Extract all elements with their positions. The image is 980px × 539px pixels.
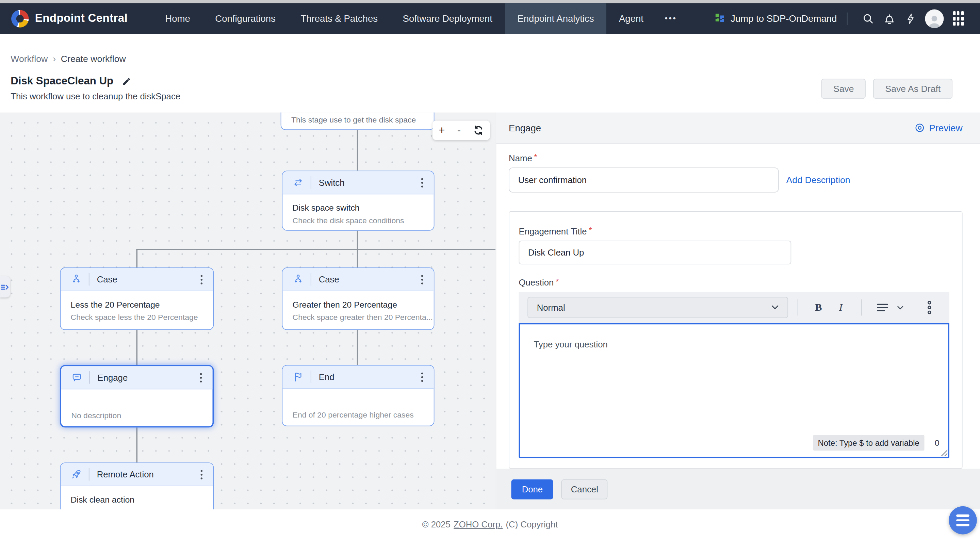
connector (136, 249, 495, 250)
connector (357, 231, 358, 249)
node-case-less[interactable]: Case Less the 20 Percentage Check space … (60, 267, 214, 330)
node-name: Greater then 20 Percentage (293, 300, 424, 312)
node-title: Engage (98, 373, 194, 382)
breadcrumb-create-workflow: Create workflow (61, 53, 126, 63)
nav-item-configurations[interactable]: Configurations (203, 3, 288, 34)
save-button[interactable]: Save (821, 79, 866, 99)
node-engage[interactable]: Engage No description (60, 365, 214, 428)
zoom-out-button[interactable]: - (457, 125, 461, 135)
screen: Endpoint Central Home Configurations Thr… (0, 0, 980, 539)
node-desc: End of 20 percentage higher cases (293, 411, 424, 420)
align-icon (877, 303, 888, 312)
preview-link[interactable]: Preview (914, 122, 962, 133)
node-desc: Check the disk space conditions (293, 216, 424, 225)
node-switch[interactable]: Switch Disk space switch Check the disk … (282, 170, 434, 231)
edit-pencil-icon[interactable] (122, 76, 132, 86)
notification-icon[interactable] (878, 8, 900, 29)
top-navbar: Endpoint Central Home Configurations Thr… (0, 3, 980, 34)
nav-more-menu[interactable]: ••• (656, 3, 686, 34)
brand: Endpoint Central (0, 10, 153, 27)
connector (357, 330, 358, 365)
breadcrumb-separator-icon: › (53, 53, 56, 64)
node-title: Case (97, 274, 195, 284)
preview-eye-icon (914, 122, 924, 133)
node-title: Switch (319, 178, 415, 188)
engagement-title-input[interactable] (519, 240, 791, 264)
node-menu-kebab-icon[interactable] (415, 372, 429, 382)
node-name (71, 398, 202, 409)
remote-action-rocket-icon (71, 469, 82, 480)
nav-item-endpoint-analytics[interactable]: Endpoint Analytics (505, 3, 607, 34)
zoho-corp-link[interactable]: ZOHO Corp. (453, 519, 503, 529)
cancel-button[interactable]: Cancel (562, 479, 608, 499)
node-menu-kebab-icon[interactable] (194, 275, 208, 284)
user-avatar[interactable] (925, 9, 943, 28)
nav-item-home[interactable]: Home (153, 3, 203, 34)
reset-view-icon[interactable] (473, 125, 484, 135)
save-as-draft-button[interactable]: Save As Draft (873, 79, 953, 99)
node-menu-kebab-icon[interactable] (194, 373, 207, 382)
name-label: Name* (509, 153, 537, 164)
zoom-in-button[interactable]: + (439, 125, 445, 135)
editor-toolbar: Normal B I (519, 292, 950, 323)
node-title: Case (319, 274, 415, 284)
workflow-title-row: Disk SpaceClean Up (11, 75, 131, 87)
panel-header: Engage Preview (496, 113, 980, 144)
panel-footer: Done Cancel (496, 469, 980, 509)
expand-panel-icon (0, 282, 10, 292)
connector (136, 330, 137, 365)
node-name: Less the 20 Percentage (71, 300, 203, 312)
panel-title: Engage (509, 122, 541, 133)
variable-note: Note: Type $ to add variable (813, 435, 924, 450)
save-actions: Save Save As Draft (821, 79, 953, 99)
bold-button[interactable]: B (808, 297, 830, 318)
more-options-button[interactable] (918, 297, 940, 318)
jump-to-sdp-link[interactable]: Jump to SDP-OnDemand (714, 13, 837, 24)
sidebar-expander[interactable] (0, 276, 10, 297)
question-label: Question* (519, 277, 559, 288)
node-menu-kebab-icon[interactable] (194, 470, 208, 479)
char-count: 0 (935, 438, 940, 448)
workflow-canvas[interactable]: This stage use to get the disk space Swi… (0, 113, 496, 509)
copyright-suffix: (C) Copyright (506, 519, 558, 529)
add-description-link[interactable]: Add Description (786, 175, 850, 185)
nav-divider (847, 12, 848, 25)
question-placeholder: Type your question (534, 339, 608, 349)
done-button[interactable]: Done (511, 479, 553, 499)
node-menu-kebab-icon[interactable] (415, 275, 429, 284)
align-dropdown-button[interactable] (894, 297, 907, 318)
case-icon (293, 273, 304, 285)
floating-menu-button[interactable] (949, 506, 977, 534)
search-icon[interactable] (858, 8, 878, 29)
brand-name: Endpoint Central (35, 12, 127, 25)
engagement-title-label: Engagement Title* (519, 226, 592, 237)
question-editor[interactable]: Type your question Note: Type $ to add v… (519, 323, 950, 458)
resize-handle[interactable] (940, 450, 947, 456)
more-dots-icon (927, 301, 932, 314)
nav-item-threats-patches[interactable]: Threats & Patches (288, 3, 390, 34)
connector (357, 249, 358, 267)
align-button[interactable] (871, 297, 893, 318)
connector (357, 130, 358, 170)
node-start-stage[interactable]: This stage use to get the disk space (281, 113, 434, 130)
copyright-prefix: © 2025 (422, 519, 450, 529)
italic-button[interactable]: I (830, 297, 852, 318)
apps-grid-icon[interactable] (947, 8, 969, 29)
node-case-greater[interactable]: Case Greater then 20 Percentage Check sp… (282, 267, 434, 330)
node-desc: Check space less the 20 Percentage (71, 313, 203, 322)
node-name (293, 397, 424, 409)
node-remote-action[interactable]: Remote Action Disk clean action This rem… (60, 463, 214, 509)
node-end[interactable]: End End of 20 percentage higher cases (282, 365, 434, 426)
format-select[interactable]: Normal (527, 297, 788, 318)
toolbar-separator (861, 299, 862, 316)
nav-item-agent[interactable]: Agent (606, 3, 656, 34)
engagement-card: Engagement Title* Question* Normal B I (509, 211, 962, 469)
breadcrumb-workflow[interactable]: Workflow (11, 53, 48, 63)
format-select-value: Normal (537, 302, 771, 312)
nav-item-software-deployment[interactable]: Software Deployment (390, 3, 505, 34)
quick-actions-lightning-icon[interactable] (900, 8, 921, 29)
nav-right: Jump to SDP-OnDemand (714, 8, 980, 29)
name-input[interactable] (509, 167, 778, 192)
chevron-down-icon (897, 305, 904, 310)
node-menu-kebab-icon[interactable] (415, 178, 429, 188)
